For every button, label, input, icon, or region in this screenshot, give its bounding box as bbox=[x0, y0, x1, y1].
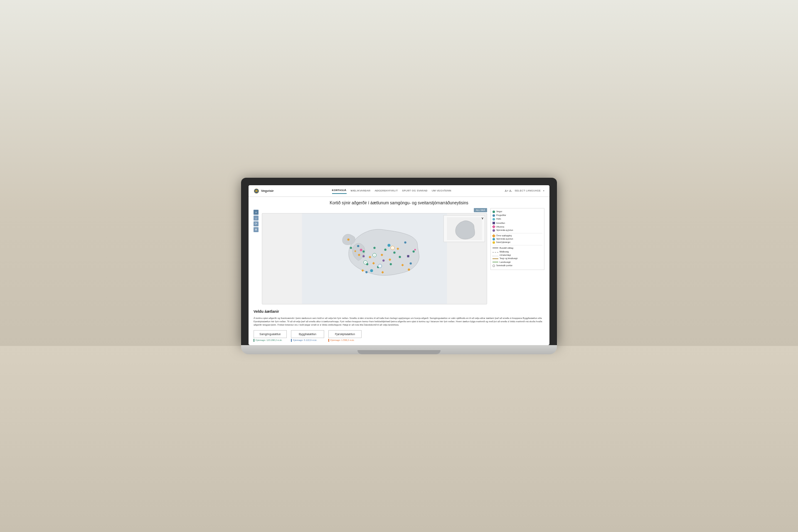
map-area: ALL SKÁ bbox=[262, 208, 487, 304]
legend-circle-sameinud bbox=[493, 265, 495, 267]
minimap-container: ∨ bbox=[443, 215, 485, 242]
svg-point-40 bbox=[408, 269, 410, 271]
legend-dot-island bbox=[493, 241, 495, 244]
language-dropdown-icon[interactable]: ▾ bbox=[543, 189, 544, 192]
legend-line-bundid bbox=[493, 248, 498, 248]
logo-text: Vegvisir bbox=[261, 189, 274, 193]
svg-point-26 bbox=[382, 260, 384, 262]
fjarskipta-button[interactable]: Fjarskiptaáætlun bbox=[328, 330, 362, 338]
legend-line-tengi bbox=[493, 258, 498, 259]
map-section: + ⌂ ⟳ ⊕ ALL SKÁ bbox=[249, 208, 549, 307]
legend-label-vegur: Vegur bbox=[496, 210, 502, 213]
legend-label-stjornmala2: Stjórnmála og þróun bbox=[496, 238, 513, 240]
plan-button-samgongu: Samgönguáætlun Fjármagn: 123.298,2 m.kr. bbox=[254, 330, 287, 342]
fjarskipta-amount: Fjármagn: 1.558,2 m.kr. bbox=[328, 339, 362, 342]
svg-point-37 bbox=[347, 238, 350, 240]
legend-label-lands: Landsvegir bbox=[500, 261, 511, 264]
svg-text:2: 2 bbox=[379, 265, 380, 267]
legend-label-tengi: Tengi- og héraðsvegir bbox=[500, 257, 517, 260]
site-header: Vegvisir KORTASJÁ MÆLIKVARÐAR AÐGERÐAYFI… bbox=[249, 185, 549, 197]
plan-buttons-container: Samgönguáætlun Fjármagn: 123.298,2 m.kr.… bbox=[254, 330, 544, 342]
website-content: Vegvisir KORTASJÁ MÆLIKVARÐAR AÐGERÐAYFI… bbox=[249, 185, 549, 345]
main-nav: KORTASJÁ MÆLIKVARÐAR AÐGERÐAYFIRLIT SPUR… bbox=[278, 188, 505, 194]
svg-point-39 bbox=[413, 250, 415, 253]
section-title: Veldu áætlanir bbox=[254, 309, 544, 314]
map-container[interactable]: 2 3 4 2 bbox=[262, 213, 487, 304]
svg-text:4: 4 bbox=[365, 262, 366, 264]
header-logo: Vegvisir bbox=[254, 188, 278, 194]
legend-line-nadveig bbox=[493, 252, 498, 253]
legend-panel: Vegur Flugvöllur Höfn bbox=[490, 208, 544, 270]
svg-point-24 bbox=[370, 269, 373, 272]
byggda-button[interactable]: Byggðaáætlun bbox=[291, 330, 324, 338]
legend-dot-stjornmala bbox=[493, 229, 495, 232]
svg-point-7 bbox=[390, 263, 392, 265]
svg-point-20 bbox=[404, 241, 406, 243]
legend-label-bundid: Bundið slitlag bbox=[500, 247, 513, 250]
laptop-base bbox=[241, 345, 557, 354]
header-right-controls: A+ A- SELECT LANGUAGE ▾ bbox=[505, 189, 544, 193]
nav-adgerdayfirlit[interactable]: AÐGERÐAYFIRLIT bbox=[374, 189, 398, 194]
legend-label-flugvollur: Flugvöllur bbox=[496, 214, 506, 217]
legend-label-malarn: m/malarnilagi bbox=[500, 254, 511, 257]
coat-of-arms-icon bbox=[254, 188, 259, 194]
svg-point-4 bbox=[384, 249, 387, 251]
nav-um[interactable]: UM VEGVÍSINN bbox=[432, 189, 451, 194]
svg-point-6 bbox=[399, 256, 401, 258]
font-increase-button[interactable]: A+ bbox=[505, 189, 508, 193]
svg-point-2 bbox=[362, 250, 365, 253]
samgongu-amount: Fjármagn: 123.298,2 m.kr. bbox=[254, 339, 287, 342]
legend-label-innsofun: Innsöfun bbox=[496, 222, 505, 225]
font-size-controls: A+ A- bbox=[505, 189, 512, 193]
legend-dot-stjornmala2 bbox=[493, 238, 495, 240]
zoom-in-button[interactable]: + bbox=[254, 210, 259, 215]
samgongu-button[interactable]: Samgönguáætlun bbox=[254, 330, 287, 338]
page-title: Kortið sýnir aðgerðir í áætlunum samgöng… bbox=[249, 197, 549, 208]
svg-point-5 bbox=[393, 252, 395, 254]
legend-line-lands bbox=[493, 262, 498, 262]
byggda-amount: Fjármagn: 5.122,9 m.kr. bbox=[291, 339, 324, 342]
plan-button-fjarskipta: Fjarskiptaáætlun Fjármagn: 1.558,2 m.kr. bbox=[328, 330, 362, 342]
map-controls: + ⌂ ⟳ ⊕ bbox=[254, 208, 259, 232]
legend-dot-hofn bbox=[493, 218, 495, 221]
font-decrease-button[interactable]: A- bbox=[509, 189, 512, 193]
svg-point-38 bbox=[350, 247, 352, 249]
minimap-svg bbox=[447, 217, 482, 240]
minimap-toggle-button[interactable]: ∨ bbox=[481, 216, 484, 221]
legend-label-stjornmala: Stjórnmála og þróun bbox=[496, 229, 513, 232]
legend-diamond-aftunna bbox=[492, 225, 495, 228]
svg-point-21 bbox=[410, 262, 412, 265]
legend-dot-flugvollur bbox=[493, 214, 495, 217]
svg-point-25 bbox=[362, 255, 365, 257]
svg-rect-36 bbox=[407, 255, 409, 257]
legend-label-aftunna: Aftunna bbox=[496, 226, 504, 228]
legend-diamond-onnur bbox=[492, 234, 495, 238]
svg-point-22 bbox=[365, 271, 367, 273]
info-section: Veldu áætlanir Á kortinu sjást aðgerðir … bbox=[249, 307, 549, 345]
legend-label-onnur: Önnur uppbygging bbox=[496, 235, 512, 237]
layers-button[interactable]: ⊕ bbox=[254, 227, 259, 232]
svg-text:2: 2 bbox=[374, 255, 375, 256]
section-body-text: Á kortinu sjást aðgerðir og framkvæmdir … bbox=[254, 316, 544, 327]
plan-button-byggda: Byggðaáætlun Fjármagn: 5.122,9 m.kr. bbox=[291, 330, 324, 342]
nav-spurt[interactable]: SPURT OG SVARAÐ bbox=[402, 189, 428, 194]
svg-point-23 bbox=[387, 244, 390, 247]
legend-label-hofn: Höfn bbox=[496, 218, 501, 221]
home-button[interactable]: ⌂ bbox=[254, 216, 259, 221]
legend-label-island: Ísland þjóstengst bbox=[496, 241, 510, 244]
legend-square-innsofun bbox=[493, 222, 495, 224]
legend-dot-vegur bbox=[493, 211, 495, 213]
legend-label-nadveig: Málbveig bbox=[500, 250, 509, 253]
refresh-button[interactable]: ⟳ bbox=[254, 221, 259, 226]
map-action-button[interactable]: ALL SKÁ bbox=[474, 208, 487, 212]
nav-kortasja[interactable]: KORTASJÁ bbox=[332, 188, 347, 194]
language-select[interactable]: SELECT LANGUAGE bbox=[515, 189, 541, 193]
legend-line-malarn bbox=[493, 256, 498, 256]
legend-label-sameinud: Sameinaðir punktar bbox=[496, 265, 512, 267]
svg-text:3: 3 bbox=[392, 248, 393, 249]
svg-point-19 bbox=[357, 245, 359, 247]
svg-point-3 bbox=[373, 247, 375, 249]
nav-maelikvardar[interactable]: MÆLIKVARÐAR bbox=[351, 189, 371, 194]
